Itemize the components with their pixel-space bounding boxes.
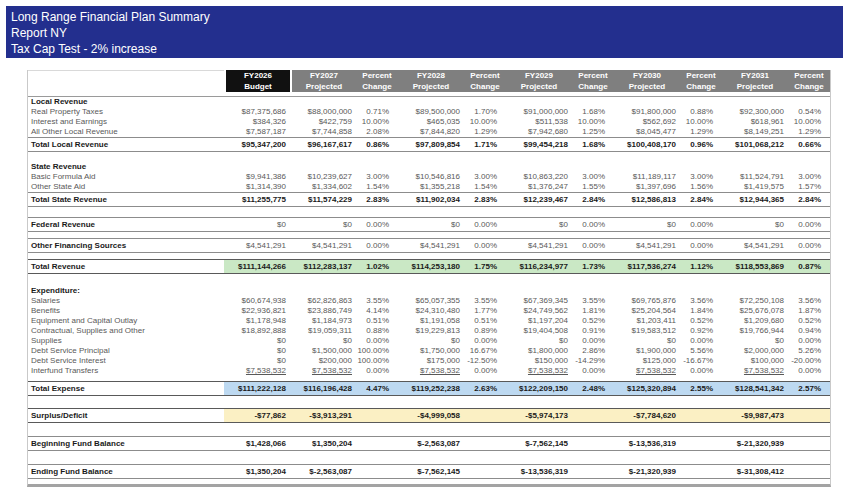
value-cell: $0: [506, 336, 572, 346]
row-label: Expenditure:: [28, 286, 224, 296]
row-label: Ending Fund Balance: [28, 465, 224, 478]
value-cell: [722, 97, 788, 107]
value-cell: $111,222,128: [224, 382, 290, 395]
value-cell: $128,541,342: [722, 382, 788, 395]
value-cell: $65,057,355: [398, 296, 464, 306]
percent-change-cell: [788, 465, 830, 478]
value-cell: $0: [224, 346, 290, 356]
spacer-row: [28, 207, 830, 217]
percent-change-cell: 3.56%: [788, 296, 830, 306]
row-label: Debt Service Principal: [28, 346, 224, 356]
row-label: Beginning Fund Balance: [28, 437, 224, 450]
value-cell: [614, 286, 680, 296]
value-cell: $1,178,948: [224, 316, 290, 326]
value-cell: $0: [722, 336, 788, 346]
value-cell: $7,538,532: [290, 366, 356, 376]
value-cell: -$9,987,473: [722, 409, 788, 422]
row-label: Total Expense: [28, 382, 224, 395]
column-header-fy2026-budget: FY2026Budget: [224, 70, 290, 92]
percent-change-cell: 10.00%: [680, 117, 722, 127]
percent-change-cell: 2.83%: [464, 193, 506, 206]
row-label: Interfund Transfers: [28, 366, 224, 376]
percent-change-cell: [464, 465, 506, 478]
value-cell: $0: [224, 356, 290, 366]
value-cell: [398, 162, 464, 172]
value-cell: $1,355,218: [398, 182, 464, 192]
column-header-fy2030-projected: FY2030Projected: [614, 70, 680, 92]
value-cell: $125,320,894: [614, 382, 680, 395]
percent-change-cell: 1.25%: [572, 127, 614, 137]
value-cell: $7,538,532: [224, 366, 290, 376]
percent-change-cell: 5.26%: [788, 346, 830, 356]
value-cell: $0: [224, 336, 290, 346]
value-cell: $99,454,218: [506, 138, 572, 151]
value-cell: $125,000: [614, 356, 680, 366]
row-label: Debt Service Interest: [28, 356, 224, 366]
percent-change-cell: [680, 97, 722, 107]
row-total-local-revenue: Total Local Revenue$95,347,200$96,167,61…: [28, 137, 830, 152]
value-cell: $72,250,108: [722, 296, 788, 306]
percent-change-cell: [356, 162, 398, 172]
row-expenditure: Expenditure:: [28, 286, 830, 296]
percent-change-cell: 0.94%: [788, 326, 830, 336]
value-cell: $22,936,821: [224, 306, 290, 316]
percent-change-cell: [356, 286, 398, 296]
value-cell: $1,350,204: [224, 465, 290, 478]
value-cell: $562,692: [614, 117, 680, 127]
percent-change-cell: 2.86%: [572, 346, 614, 356]
percent-change-cell: 3.55%: [464, 296, 506, 306]
percent-change-cell: [356, 409, 398, 422]
row-label: Salaries: [28, 296, 224, 306]
percent-change-cell: 2.63%: [464, 382, 506, 395]
report-title-line1: Long Range Financial Plan Summary: [11, 9, 843, 25]
percent-change-cell: 0.00%: [788, 218, 830, 231]
percent-change-cell: 0.51%: [464, 316, 506, 326]
value-cell: [614, 162, 680, 172]
percent-change-cell: 1.57%: [788, 182, 830, 192]
percent-change-cell: 0.87%: [788, 260, 830, 273]
percent-change-cell: 1.77%: [464, 306, 506, 316]
row-ending-fund-balance: Ending Fund Balance$1,350,204$-2,563,087…: [28, 464, 830, 479]
percent-change-cell: 1.54%: [464, 182, 506, 192]
value-cell: [290, 286, 356, 296]
table-body: Local RevenueReal Property Taxes$87,375,…: [28, 96, 830, 479]
percent-change-cell: 0.00%: [572, 218, 614, 231]
percent-change-cell: 3.00%: [572, 172, 614, 182]
value-cell: $10,863,220: [506, 172, 572, 182]
value-cell: $23,886,749: [290, 306, 356, 316]
percent-change-cell: [356, 465, 398, 478]
value-cell: $11,574,229: [290, 193, 356, 206]
row-total-state-revenue: Total State Revenue$11,255,775$11,574,22…: [28, 192, 830, 207]
value-cell: $1,350,204: [290, 437, 356, 450]
row-benefits: Benefits$22,936,821$23,886,7494.14%$24,3…: [28, 306, 830, 316]
value-cell: $69,765,876: [614, 296, 680, 306]
value-cell: $60,674,938: [224, 296, 290, 306]
percent-change-cell: 1.68%: [572, 107, 614, 117]
value-cell: $11,524,791: [722, 172, 788, 182]
value-cell: [614, 97, 680, 107]
percent-change-cell: 1.55%: [572, 182, 614, 192]
value-cell: [506, 97, 572, 107]
value-cell: $422,759: [290, 117, 356, 127]
percent-change-cell: 1.29%: [788, 127, 830, 137]
value-cell: [398, 286, 464, 296]
percent-change-cell: [572, 286, 614, 296]
percent-change-cell: [572, 162, 614, 172]
column-header-fy2031-projected: FY2031Projected: [722, 70, 788, 92]
value-cell: $1,203,411: [614, 316, 680, 326]
percent-change-cell: 0.86%: [356, 138, 398, 151]
percent-change-cell: 0.96%: [680, 138, 722, 151]
value-cell: $150,000: [506, 356, 572, 366]
value-cell: $0: [398, 336, 464, 346]
percent-change-cell: -20.00%: [788, 356, 830, 366]
row-total-expense: Total Expense$111,222,128$116,196,4284.4…: [28, 381, 830, 396]
row-label: Contractual, Supplies and Other: [28, 326, 224, 336]
percent-change-cell: 0.00%: [464, 366, 506, 376]
value-cell: [290, 162, 356, 172]
row-interfund-transfers: Interfund Transfers$7,538,532$7,538,5320…: [28, 366, 830, 376]
percent-change-cell: [788, 97, 830, 107]
percent-change-cell: [788, 437, 830, 450]
value-cell: $4,541,291: [614, 239, 680, 252]
percent-change-cell: 0.00%: [680, 336, 722, 346]
row-federal-revenue: Federal Revenue$0$00.00%$00.00%$00.00%$0…: [28, 217, 830, 232]
